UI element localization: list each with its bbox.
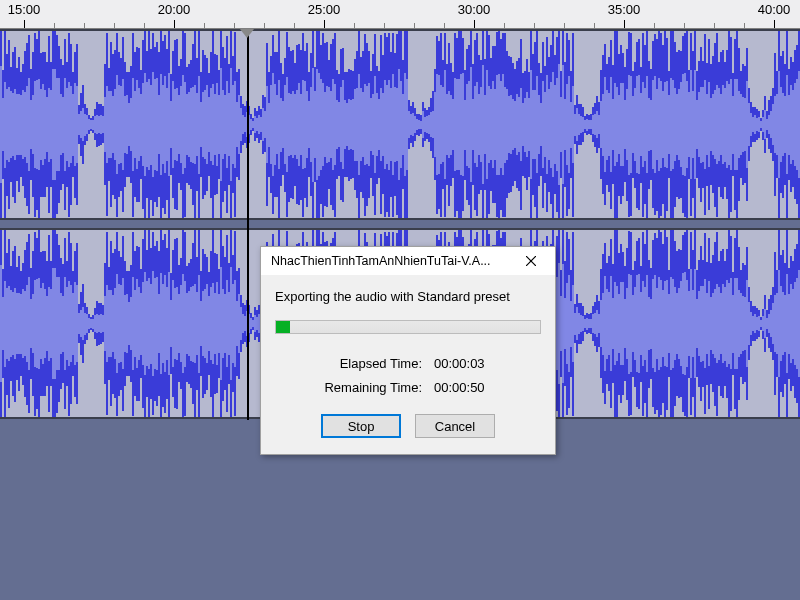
ruler-tick-minor bbox=[234, 23, 235, 28]
ruler-label: 20:00 bbox=[158, 2, 191, 17]
ruler-tick-minor bbox=[744, 23, 745, 28]
ruler-label: 15:00 bbox=[8, 2, 41, 17]
playhead-pointer-icon[interactable] bbox=[240, 29, 254, 38]
dialog-title: NhacThienTinhTamAnNhienTuTai-V.A... bbox=[271, 254, 511, 268]
elapsed-time-label: Elapsed Time: bbox=[312, 352, 422, 376]
ruler-tick-major bbox=[474, 20, 475, 28]
stop-button[interactable]: Stop bbox=[321, 414, 401, 438]
export-message: Exporting the audio with Standard preset bbox=[275, 289, 541, 304]
ruler-tick-major bbox=[24, 20, 25, 28]
elapsed-time-value: 00:00:03 bbox=[434, 352, 504, 376]
playhead-line[interactable] bbox=[247, 29, 249, 420]
remaining-time-value: 00:00:50 bbox=[434, 376, 504, 400]
ruler-tick-minor bbox=[384, 23, 385, 28]
ruler-tick-minor bbox=[504, 23, 505, 28]
ruler-tick-minor bbox=[714, 23, 715, 28]
ruler-label: 30:00 bbox=[458, 2, 491, 17]
remaining-time-label: Remaining Time: bbox=[312, 376, 422, 400]
ruler-tick-major bbox=[174, 20, 175, 28]
ruler-label: 35:00 bbox=[608, 2, 641, 17]
ruler-tick-minor bbox=[684, 23, 685, 28]
ruler-tick-minor bbox=[654, 23, 655, 28]
ruler-tick-minor bbox=[534, 23, 535, 28]
close-button[interactable] bbox=[511, 249, 551, 273]
ruler-tick-minor bbox=[594, 23, 595, 28]
ruler-tick-minor bbox=[444, 23, 445, 28]
export-progress-dialog: NhacThienTinhTamAnNhienTuTai-V.A... Expo… bbox=[260, 246, 556, 455]
ruler-tick-minor bbox=[144, 23, 145, 28]
ruler-tick-minor bbox=[114, 23, 115, 28]
ruler-tick-minor bbox=[294, 23, 295, 28]
progress-fill bbox=[276, 321, 290, 333]
timeline-ruler[interactable]: 15:0020:0025:0030:0035:0040:00 bbox=[0, 0, 800, 29]
ruler-tick-minor bbox=[84, 23, 85, 28]
ruler-tick-minor bbox=[54, 23, 55, 28]
ruler-tick-major bbox=[624, 20, 625, 28]
ruler-tick-major bbox=[324, 20, 325, 28]
dialog-titlebar[interactable]: NhacThienTinhTamAnNhienTuTai-V.A... bbox=[261, 247, 555, 275]
close-icon bbox=[526, 256, 536, 266]
waveform-track-1[interactable] bbox=[0, 31, 800, 218]
ruler-tick-minor bbox=[354, 23, 355, 28]
ruler-tick-minor bbox=[264, 23, 265, 28]
progress-bar bbox=[275, 320, 541, 334]
track-separator bbox=[0, 220, 800, 228]
cancel-button[interactable]: Cancel bbox=[415, 414, 495, 438]
ruler-tick-major bbox=[774, 20, 775, 28]
ruler-tick-minor bbox=[204, 23, 205, 28]
ruler-label: 25:00 bbox=[308, 2, 341, 17]
ruler-tick-minor bbox=[414, 23, 415, 28]
ruler-tick-minor bbox=[564, 23, 565, 28]
ruler-label: 40:00 bbox=[758, 2, 791, 17]
